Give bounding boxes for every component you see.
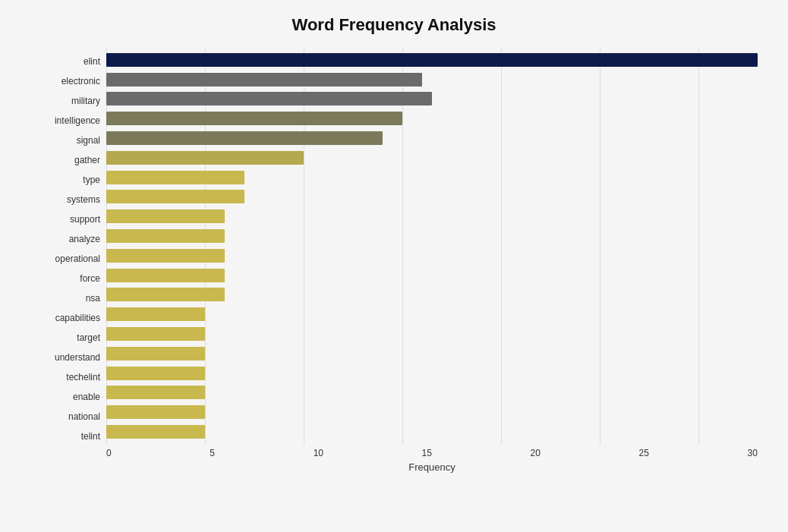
- x-tick: 25: [639, 448, 649, 458]
- bar: [106, 269, 225, 282]
- y-axis-label: enable: [73, 387, 100, 407]
- bar-row: [106, 169, 758, 186]
- bar: [106, 151, 304, 165]
- y-axis-label: telint: [81, 427, 100, 446]
- bar-row: [106, 404, 758, 420]
- bar-row: [106, 365, 758, 382]
- x-tick: 0: [106, 448, 112, 458]
- x-tick: 15: [422, 448, 432, 458]
- bar: [106, 386, 205, 399]
- bars-and-grid: 051015202530 Frequency: [106, 47, 758, 473]
- x-tick: 5: [210, 448, 215, 458]
- bar-row: [106, 110, 758, 127]
- bar-row: [106, 267, 758, 284]
- bar: [106, 73, 422, 87]
- bar: [106, 288, 225, 301]
- bar: [106, 367, 205, 380]
- chart-area: elintelectronicmilitaryintelligencesigna…: [30, 47, 758, 473]
- x-axis: 051015202530: [106, 445, 758, 458]
- bar: [106, 425, 205, 439]
- bar: [106, 347, 205, 360]
- bar: [106, 171, 244, 184]
- y-axis-label: type: [83, 170, 100, 190]
- y-axis-label: systems: [67, 190, 100, 209]
- bar-row: [106, 228, 758, 244]
- x-tick: 10: [314, 448, 323, 458]
- bars-container: [106, 47, 758, 445]
- y-axis-label: intelligence: [55, 111, 100, 131]
- y-axis-label: understand: [55, 348, 100, 367]
- y-axis-label: target: [77, 328, 100, 348]
- bar: [106, 327, 205, 341]
- bar-row: [106, 71, 758, 88]
- chart-title: Word Frequency Analysis: [30, 15, 758, 35]
- bar-row: [106, 188, 758, 205]
- bottom-section: 051015202530 Frequency: [106, 445, 758, 473]
- bar: [106, 92, 432, 105]
- y-axis-label: support: [70, 209, 100, 229]
- y-axis-label: techelint: [66, 367, 100, 387]
- bar-row: [106, 345, 758, 362]
- bar-row: [106, 52, 758, 68]
- bar-row: [106, 423, 758, 440]
- y-axis: elintelectronicmilitaryintelligencesigna…: [30, 47, 106, 473]
- y-axis-label: electronic: [61, 71, 100, 91]
- bar: [106, 307, 205, 321]
- grid-and-bars: [106, 47, 758, 445]
- y-axis-label: elint: [84, 52, 100, 71]
- bar-row: [106, 247, 758, 264]
- bar-row: [106, 326, 758, 342]
- y-axis-label: military: [71, 91, 100, 111]
- bar: [106, 131, 383, 145]
- bar: [106, 112, 402, 125]
- bar-row: [106, 384, 758, 401]
- bar-row: [106, 286, 758, 303]
- x-axis-label: Frequency: [106, 461, 758, 473]
- bar: [106, 209, 225, 223]
- y-axis-label: analyze: [69, 229, 100, 249]
- y-axis-label: national: [68, 407, 100, 427]
- bar-row: [106, 306, 758, 323]
- bar-row: [106, 90, 758, 107]
- y-axis-label: gather: [74, 150, 100, 170]
- bar: [106, 229, 225, 243]
- chart-container: Word Frequency Analysis elintelectronicm…: [0, 0, 788, 532]
- bar: [106, 405, 205, 419]
- y-axis-label: capabilities: [55, 308, 100, 328]
- bar-row: [106, 208, 758, 225]
- y-axis-label: operational: [55, 249, 100, 269]
- x-tick: 30: [748, 448, 758, 458]
- y-axis-label: nsa: [86, 288, 100, 308]
- bar-row: [106, 130, 758, 146]
- y-axis-label: signal: [77, 131, 100, 150]
- bar-row: [106, 150, 758, 166]
- bar: [106, 190, 244, 203]
- bar: [106, 249, 225, 263]
- bar: [106, 53, 758, 67]
- x-tick: 20: [531, 448, 541, 458]
- y-axis-label: force: [80, 269, 100, 288]
